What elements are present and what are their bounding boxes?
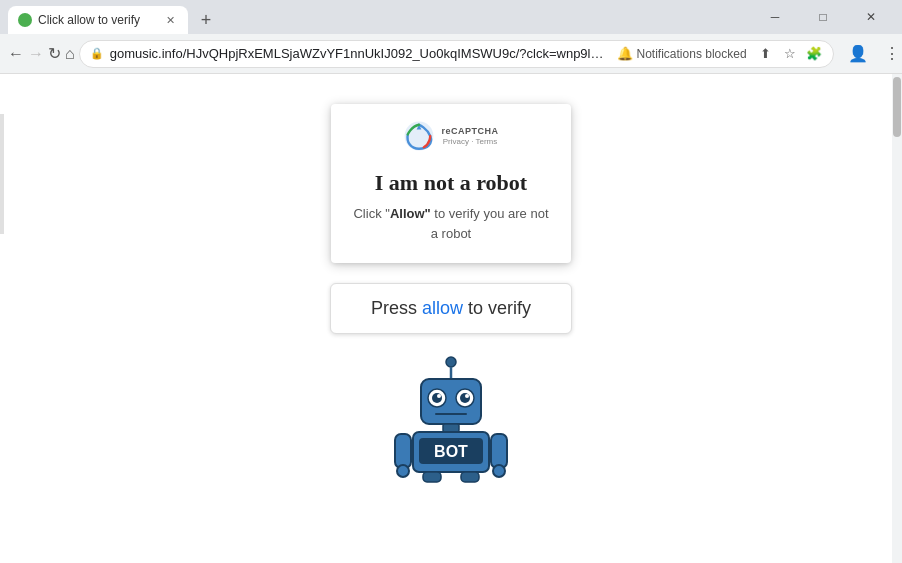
scrollbar-thumb[interactable]	[893, 77, 901, 137]
page-content: reCAPTCHA Privacy · Terms I am not a rob…	[0, 74, 902, 563]
not-robot-subtitle: Click "Allow" to verify you are not a ro…	[351, 204, 551, 243]
extensions-icon[interactable]: 🧩	[805, 45, 823, 63]
forward-button[interactable]: →	[28, 38, 44, 70]
recaptcha-logo-area: reCAPTCHA Privacy · Terms	[403, 120, 498, 152]
toolbar-icons: 👤 ⋮	[842, 38, 902, 70]
chrome-window: Click allow to verify ✕ + ─ □ ✕ ← → ↻ ⌂ …	[0, 0, 902, 563]
close-button[interactable]: ✕	[848, 0, 894, 34]
not-robot-title: I am not a robot	[375, 170, 527, 196]
recaptcha-logo-icon	[403, 120, 435, 152]
active-tab[interactable]: Click allow to verify ✕	[8, 6, 188, 34]
notifications-blocked: 🔔 Notifications blocked	[617, 46, 747, 61]
lock-icon: 🔒	[90, 47, 104, 60]
verify-text: to verify	[463, 298, 531, 318]
allow-text: allow	[422, 298, 463, 318]
svg-text:BOT: BOT	[434, 443, 468, 460]
tab-title: Click allow to verify	[38, 13, 156, 27]
back-button[interactable]: ←	[8, 38, 24, 70]
bookmark-icon[interactable]: ☆	[781, 45, 799, 63]
svg-rect-11	[443, 424, 459, 432]
svg-point-9	[465, 394, 469, 398]
tab-favicon	[18, 13, 32, 27]
reload-button[interactable]: ↻	[48, 38, 61, 70]
bell-icon: 🔔	[617, 46, 633, 61]
share-icon[interactable]: ⬆	[757, 45, 775, 63]
minimize-button[interactable]: ─	[752, 0, 798, 34]
left-edge-decoration	[0, 114, 4, 234]
press-text: Press	[371, 298, 422, 318]
svg-rect-15	[395, 434, 411, 468]
recaptcha-label: reCAPTCHA	[441, 126, 498, 138]
scrollbar[interactable]	[892, 74, 902, 563]
tab-bar: Click allow to verify ✕ +	[8, 0, 748, 34]
press-allow-button[interactable]: Press allow to verify	[330, 283, 572, 334]
profile-button[interactable]: 👤	[842, 38, 874, 70]
recaptcha-links: Privacy · Terms	[441, 137, 498, 146]
recaptcha-card: reCAPTCHA Privacy · Terms I am not a rob…	[331, 104, 571, 263]
title-bar: Click allow to verify ✕ + ─ □ ✕	[0, 0, 902, 34]
svg-point-16	[397, 465, 409, 477]
new-tab-button[interactable]: +	[192, 6, 220, 34]
svg-point-8	[437, 394, 441, 398]
svg-rect-19	[423, 472, 441, 482]
robot-container: BOT	[391, 354, 511, 484]
bot-icon: BOT	[391, 354, 511, 484]
tab-close-button[interactable]: ✕	[162, 12, 178, 28]
home-button[interactable]: ⌂	[65, 38, 75, 70]
svg-point-7	[460, 393, 470, 403]
address-bar[interactable]: 🔒 gomusic.info/HJvQHpjRxEMLSjaWZvYF1nnUk…	[79, 40, 834, 68]
svg-rect-20	[461, 472, 479, 482]
window-controls: ─ □ ✕	[752, 0, 894, 34]
navigation-bar: ← → ↻ ⌂ 🔒 gomusic.info/HJvQHpjRxEMLSjaWZ…	[0, 34, 902, 74]
url-text: gomusic.info/HJvQHpjRxEMLSjaWZvYF1nnUkIJ…	[110, 46, 607, 61]
svg-point-1	[446, 357, 456, 367]
menu-button[interactable]: ⋮	[876, 38, 902, 70]
notifications-blocked-label: Notifications blocked	[637, 47, 747, 61]
svg-point-18	[493, 465, 505, 477]
address-bar-icons: ⬆ ☆ 🧩	[757, 45, 823, 63]
maximize-button[interactable]: □	[800, 0, 846, 34]
svg-point-6	[432, 393, 442, 403]
svg-rect-17	[491, 434, 507, 468]
